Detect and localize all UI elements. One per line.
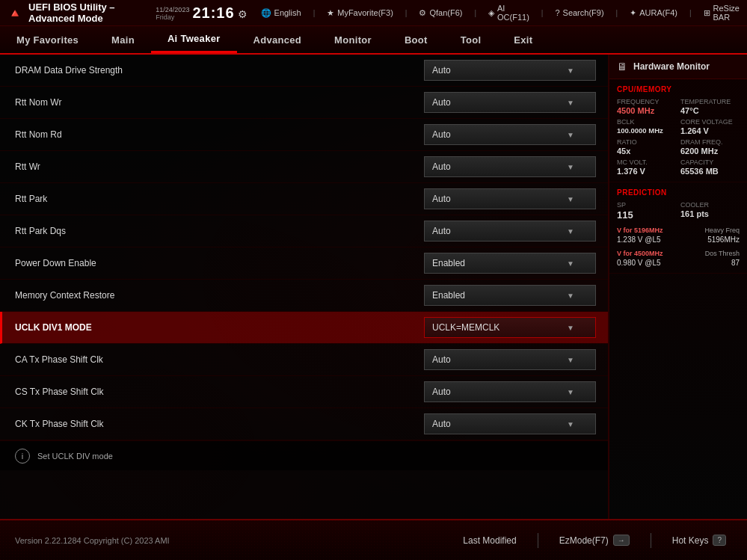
setting-dropdown[interactable]: Auto ▼ [424, 221, 596, 241]
bclk-label: BCLK [617, 118, 676, 126]
last-modified-button[interactable]: Last Modified [457, 532, 522, 549]
top-bar-myfavorite[interactable]: ★ MyFavorite(F3) [327, 8, 393, 18]
frequency-value: 4500 MHz [617, 106, 676, 115]
sp-item: SP 115 [617, 201, 676, 221]
setting-row-ck-tx[interactable]: CK Tx Phase Shift Clk Auto ▼ [0, 408, 608, 440]
setting-control: Enabled ▼ [416, 285, 596, 306]
nav-main[interactable]: Main [95, 26, 151, 53]
top-bar-qfan[interactable]: ⚙ Qfan(F6) [419, 8, 462, 18]
v-for-5196-label: V for 5196MHz [617, 227, 663, 234]
top-bar-resizebar[interactable]: ⊞ ReSize BAR [704, 4, 740, 22]
setting-dropdown[interactable]: Auto ▼ [424, 349, 596, 370]
chevron-down-icon: ▼ [567, 324, 574, 332]
main-content: DRAM Data Drive Strength Auto ▼ Rtt Nom … [0, 55, 747, 519]
setting-row-rtt-wr[interactable]: Rtt Wr Auto ▼ [0, 151, 608, 183]
setting-row-memory-context[interactable]: Memory Context Restore Enabled ▼ [0, 280, 608, 312]
sep1: | [313, 9, 316, 17]
chevron-down-icon: ▼ [567, 227, 574, 236]
sep6: | [689, 9, 692, 17]
dram-freq-label: DRAM Freq. [680, 138, 740, 146]
setting-row-cs-tx[interactable]: CS Tx Phase Shift Clk Auto ▼ [0, 376, 608, 408]
nav-tool[interactable]: Tool [444, 26, 498, 53]
setting-label: DRAM Data Drive Strength [15, 65, 123, 76]
ezmode-button[interactable]: EzMode(F7) → [553, 532, 636, 549]
temperature-item: Temperature 47°C [680, 98, 740, 115]
ezmode-icon: → [613, 535, 630, 546]
nav-bar: My Favorites Main Ai Tweaker Advanced Mo… [0, 26, 747, 55]
hardware-monitor-panel: 🖥 Hardware Monitor CPU/Memory Frequency … [609, 55, 747, 519]
resizebar-label: ReSize BAR [713, 4, 740, 22]
dram-freq-value: 6200 MHz [680, 147, 740, 156]
setting-label: Power Down Enable [15, 258, 96, 268]
setting-row-uclk-div1[interactable]: UCLK DIV1 MODE UCLK=MEMCLK ▼ [0, 312, 608, 344]
setting-row-dram-drive[interactable]: DRAM Data Drive Strength Auto ▼ [0, 55, 608, 87]
setting-dropdown[interactable]: Auto ▼ [424, 413, 596, 434]
bottom-actions: Last Modified EzMode(F7) → Hot Keys ? [457, 532, 732, 549]
setting-label: Rtt Nom Wr [15, 97, 61, 108]
setting-dropdown[interactable]: Auto ▼ [424, 188, 596, 209]
chevron-down-icon: ▼ [567, 163, 574, 171]
setting-label: Memory Context Restore [15, 290, 114, 301]
setting-row-rtt-park[interactable]: Rtt Park Auto ▼ [0, 183, 608, 215]
bclk-value: 100.0000 MHz [617, 126, 676, 135]
setting-label: CK Tx Phase Shift Clk [15, 419, 104, 429]
frequency-item: Frequency 4500 MHz [617, 98, 676, 115]
cooler-item: Cooler 161 pts [680, 201, 740, 221]
setting-row-power-down[interactable]: Power Down Enable Enabled ▼ [0, 247, 608, 280]
nav-ai-tweaker[interactable]: Ai Tweaker [151, 26, 237, 53]
top-bar-items: 🌐 English | ★ MyFavorite(F3) | ⚙ Qfan(F6… [261, 4, 740, 22]
top-bar: 🔺 UEFI BIOS Utility – Advanced Mode 11/2… [0, 0, 747, 26]
nav-boot[interactable]: Boot [388, 26, 444, 53]
nav-monitor[interactable]: Monitor [318, 26, 388, 53]
version-text: Version 2.22.1284 Copyright (C) 2023 AMI [15, 536, 170, 545]
settings-icon[interactable]: ⚙ [238, 8, 248, 20]
nav-exit[interactable]: Exit [497, 26, 549, 53]
setting-dropdown[interactable]: Enabled ▼ [424, 253, 596, 274]
core-voltage-item: Core Voltage 1.264 V [680, 118, 740, 135]
setting-row-rtt-park-dqs[interactable]: Rtt Park Dqs Auto ▼ [0, 215, 608, 247]
top-bar-english[interactable]: 🌐 English [261, 8, 301, 18]
setting-dropdown[interactable]: UCLK=MEMCLK ▼ [424, 317, 596, 338]
top-bar-aura[interactable]: ✦ AURA(F4) [630, 8, 677, 18]
qfan-label: Qfan(F6) [429, 8, 462, 17]
nav-my-favorites[interactable]: My Favorites [0, 26, 95, 53]
hot-keys-button[interactable]: Hot Keys ? [666, 532, 732, 549]
info-text: Set UCLK DIV mode [37, 452, 113, 461]
bclk-item: BCLK 100.0000 MHz [617, 118, 676, 135]
setting-control: Enabled ▼ [416, 253, 596, 274]
mc-volt-value: 1.376 V [617, 167, 676, 176]
sep4: | [541, 9, 544, 17]
setting-dropdown[interactable]: Enabled ▼ [424, 285, 596, 306]
setting-dropdown[interactable]: Auto ▼ [424, 60, 596, 81]
top-bar-aioc[interactable]: ◈ AI OC(F11) [488, 4, 529, 22]
last-modified-label: Last Modified [463, 535, 516, 546]
star-icon: ★ [327, 8, 334, 18]
setting-label: Rtt Wr [15, 161, 40, 172]
prediction-title: Prediction [617, 188, 740, 197]
top-bar-search[interactable]: ? Search(F9) [555, 8, 603, 17]
v-for-5196-block: V for 5196MHz Heavy Freq 1.238 V @L5 519… [617, 227, 740, 244]
setting-label: UCLK DIV1 MODE [15, 322, 92, 333]
nav-advanced[interactable]: Advanced [237, 26, 319, 53]
setting-control: Auto ▼ [416, 124, 596, 145]
v-for-5196-val2: 5196MHz [707, 236, 740, 244]
prediction-grid: SP 115 Cooler 161 pts [617, 201, 740, 221]
chevron-down-icon: ▼ [567, 292, 574, 300]
setting-label: Rtt Nom Rd [15, 129, 62, 140]
chevron-down-icon: ▼ [567, 420, 574, 428]
cooler-label: Cooler [680, 201, 740, 209]
v-for-4500-val2: 87 [731, 259, 740, 267]
setting-row-rtt-nom-wr[interactable]: Rtt Nom Wr Auto ▼ [0, 87, 608, 119]
mc-volt-label: MC Volt. [617, 159, 676, 166]
setting-control: Auto ▼ [416, 413, 596, 434]
setting-row-ca-tx[interactable]: CA Tx Phase Shift Clk Auto ▼ [0, 344, 608, 376]
setting-dropdown[interactable]: Auto ▼ [424, 381, 596, 402]
ai-icon: ◈ [488, 8, 494, 18]
setting-control: Auto ▼ [416, 221, 596, 241]
setting-dropdown[interactable]: Auto ▼ [424, 156, 596, 177]
bottom-bar: Version 2.22.1284 Copyright (C) 2023 AMI… [0, 519, 747, 560]
setting-dropdown[interactable]: Auto ▼ [424, 124, 596, 145]
setting-dropdown[interactable]: Auto ▼ [424, 92, 596, 113]
setting-row-rtt-nom-rd[interactable]: Rtt Nom Rd Auto ▼ [0, 119, 608, 151]
temperature-label: Temperature [680, 98, 740, 105]
